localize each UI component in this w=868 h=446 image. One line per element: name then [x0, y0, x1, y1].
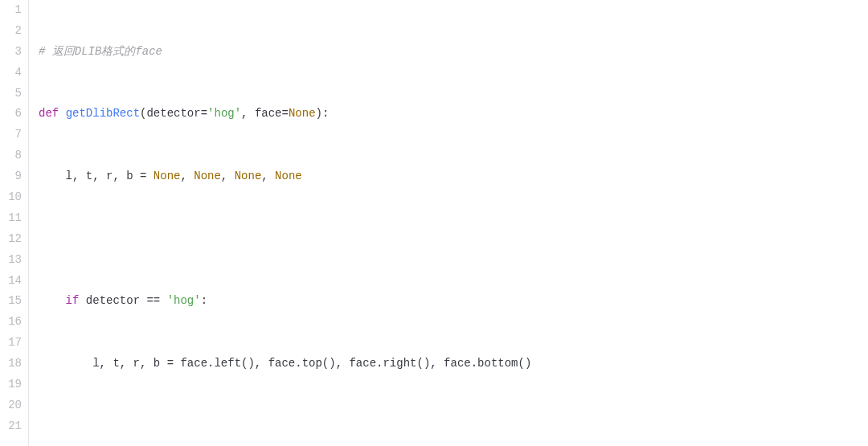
line-number: 6 — [0, 104, 22, 125]
code-line: if detector == 'hog': — [39, 291, 868, 312]
keyword-def: def — [39, 104, 59, 125]
function-name: getDlibRect — [66, 104, 140, 125]
line-number: 18 — [0, 354, 22, 374]
line-number: 14 — [0, 271, 22, 292]
code-line: l, t, r, b = face.left(), face.top(), fa… — [39, 354, 868, 374]
param: detector — [146, 104, 200, 125]
line-number: 5 — [0, 84, 22, 104]
line-number: 20 — [0, 395, 22, 416]
constant: None — [289, 104, 316, 125]
line-number: 10 — [0, 187, 22, 208]
param: face — [255, 104, 282, 125]
line-number: 9 — [0, 166, 22, 187]
text: , — [180, 166, 194, 187]
text: , — [261, 166, 275, 187]
line-number: 4 — [0, 63, 22, 84]
text: , — [241, 104, 255, 125]
line-number: 2 — [0, 21, 22, 42]
code-area[interactable]: # 返回DLIB格式的face def getDlibRect(detector… — [29, 0, 868, 446]
code-line: def getDlibRect(detector='hog', face=Non… — [39, 104, 868, 125]
text: = — [282, 104, 289, 125]
line-number: 19 — [0, 374, 22, 395]
keyword-if: if — [66, 291, 80, 312]
line-number: 8 — [0, 145, 22, 166]
code-editor: 1 2 3 4 5 6 7 8 9 10 11 12 13 14 15 16 1… — [0, 0, 868, 446]
code-line — [39, 416, 868, 437]
line-number: 11 — [0, 208, 22, 229]
line-gutter: 1 2 3 4 5 6 7 8 9 10 11 12 13 14 15 16 1… — [0, 0, 29, 446]
text: : — [201, 291, 207, 312]
line-number: 12 — [0, 229, 22, 250]
string: 'hog' — [207, 104, 241, 125]
text: l, t, r, b = — [39, 166, 154, 187]
text: ): — [316, 104, 330, 125]
constant: None — [275, 166, 302, 187]
line-number: 13 — [0, 250, 22, 271]
line-number: 15 — [0, 291, 22, 312]
code-line — [39, 229, 868, 250]
line-number: 7 — [0, 125, 22, 145]
text — [39, 291, 66, 312]
comment: # 返回DLIB格式的face — [39, 42, 162, 63]
line-number: 1 — [0, 0, 22, 21]
constant: None — [194, 166, 221, 187]
text: ( — [140, 104, 146, 125]
text: detector == — [79, 291, 166, 312]
constant: None — [235, 166, 262, 187]
code-line: # 返回DLIB格式的face — [39, 42, 868, 63]
constant: None — [154, 166, 181, 187]
text: , — [221, 166, 235, 187]
line-number: 16 — [0, 312, 22, 333]
string: 'hog' — [167, 291, 201, 312]
line-number: 17 — [0, 333, 22, 354]
line-number: 3 — [0, 42, 22, 63]
text: = — [201, 104, 207, 125]
text: l, t, r, b = face.left(), face.top(), fa… — [39, 354, 531, 374]
code-line: l, t, r, b = None, None, None, None — [39, 166, 868, 187]
line-number: 21 — [0, 416, 22, 437]
text — [59, 104, 65, 125]
